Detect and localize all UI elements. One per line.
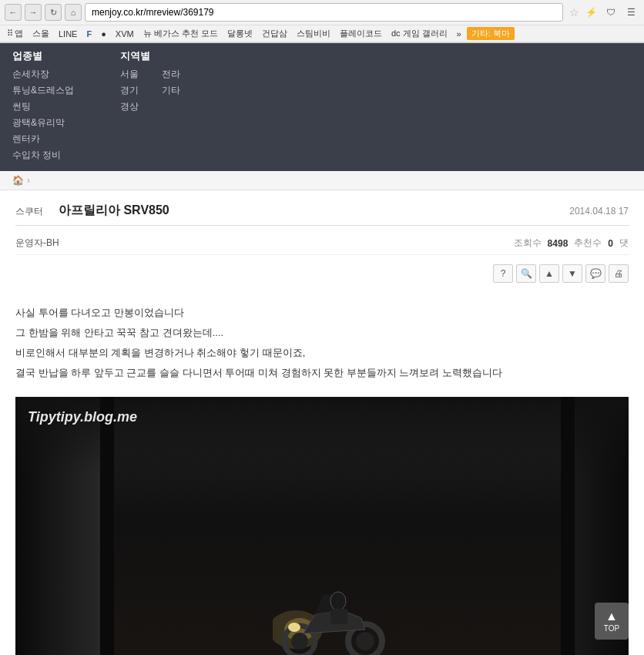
bookmark-sol[interactable]: 스올 (29, 27, 53, 40)
nav-col-business-title: 업종별 (12, 49, 74, 63)
breadcrumb-home-icon[interactable]: 🏠 (12, 175, 24, 186)
recommend-label: 추천수 (574, 237, 602, 250)
front-hub (291, 633, 308, 650)
nav-item-etc[interactable]: 기타 (162, 84, 180, 97)
top-label: TOP (604, 624, 619, 633)
bookmarks-bar: ⠿ 앱 스올 LINE F ● XVM 뉴 베가스 추천 모드 달롱넷 건답삼 … (0, 25, 644, 42)
nav-item-empty (162, 100, 180, 113)
article-body: 사실 투어를 다녀오고 만봉이었습니다 그 한밤을 위해 안타고 꾹꾹 참고 견… (15, 304, 629, 381)
nav-col-region: 지역별 서울 전라 경기 기타 경상 (120, 49, 180, 162)
site-navigation: 업종별 손세차장 튜닝&드레스업 썬팅 광택&유리막 렌터카 수입차 정비 지역… (0, 43, 644, 171)
article-date: 2014.04.18 17 (569, 206, 629, 217)
article-header: 스쿠터 아프릴리아 SRV850 2014.04.18 17 (15, 203, 629, 226)
article-category: 스쿠터 (15, 205, 43, 218)
rear-hub (356, 632, 374, 650)
bookmark-star[interactable]: ☆ (569, 6, 579, 18)
bookmark-facebook[interactable]: F (82, 29, 96, 39)
home-button[interactable]: ⌂ (65, 4, 82, 21)
zoom-icon-btn[interactable]: 🔍 (516, 264, 536, 283)
article-line-2: 그 한밤을 위해 안타고 꾹꾹 참고 견뎌왔는데.... (15, 324, 629, 341)
bookmark-apps[interactable]: ⠿ 앱 (3, 27, 27, 40)
nav-item-tuning[interactable]: 튜닝&드레스업 (12, 84, 74, 97)
nav-item-seoul[interactable]: 서울 (120, 68, 139, 81)
nav-item-jeolla[interactable]: 전라 (162, 68, 180, 81)
bookmark-geondap[interactable]: 건답삼 (258, 27, 291, 40)
breadcrumb-separator: › (27, 175, 30, 186)
nav-item-rental[interactable]: 렌터카 (12, 133, 74, 146)
bookmark-steambb[interactable]: 스팀비비 (293, 27, 334, 40)
browser-action-icons: ⚡ 🛡 ☰ (582, 4, 639, 21)
article-line-4: 결국 반납을 하루 앞두고 근교를 슬슬 다니면서 투어때 미쳐 경험하지 못한… (15, 364, 629, 381)
nav-col-region-items: 서울 전라 경기 기타 경상 (120, 68, 180, 113)
bookmark-more[interactable]: » (453, 29, 465, 39)
forward-button[interactable]: → (25, 4, 42, 21)
article-title: 아프릴리아 SRV850 (59, 203, 169, 219)
font-increase-btn[interactable]: ▲ (539, 264, 559, 283)
help-icon-btn[interactable]: ? (493, 264, 513, 283)
bookmark-others[interactable]: 기타: 북마 (467, 27, 515, 40)
comment-icon-btn[interactable]: 💬 (585, 264, 605, 283)
main-content: 스쿠터 아프릴리아 SRV850 2014.04.18 17 운영자-BH 조회… (0, 190, 644, 655)
bookmark-dot[interactable]: ● (97, 29, 110, 39)
nav-col-region-title: 지역별 (120, 49, 180, 63)
bookmark-dallong[interactable]: 달롱넷 (223, 27, 257, 40)
nav-item-carwash[interactable]: 손세차장 (12, 68, 74, 81)
nav-item-gyeongnam[interactable]: 경상 (120, 100, 139, 113)
pillar-left (100, 397, 114, 655)
article-author: 운영자-BH (15, 237, 59, 250)
shield-icon[interactable]: 🛡 (602, 4, 619, 21)
view-label: 조회수 (514, 237, 542, 250)
toolbar-icon-group: ? 🔍 ▲ ▼ 💬 🖨 (493, 264, 629, 283)
font-decrease-btn[interactable]: ▼ (562, 264, 582, 283)
recommend-count: 0 (608, 238, 613, 249)
breadcrumb: 🏠 › (0, 171, 644, 190)
bookmark-playcode[interactable]: 플레이코드 (336, 27, 386, 40)
headlight (288, 623, 300, 632)
nav-item-tinting[interactable]: 썬팅 (12, 100, 74, 113)
browser-chrome: ← → ↻ ⌂ ☆ ⚡ 🛡 ☰ ⠿ 앱 스올 LINE F ● XVM 뉴 베가… (0, 0, 644, 43)
bookmark-xvm[interactable]: XVM (112, 29, 138, 39)
nav-col-business-items: 손세차장 튜닝&드레스업 썬팅 광택&유리막 렌터카 수입차 정비 (12, 68, 74, 162)
motorcycle-svg (273, 572, 396, 655)
extensions-icon[interactable]: ⚡ (582, 4, 599, 21)
browser-toolbar: ← → ↻ ⌂ ☆ ⚡ 🛡 ☰ (0, 0, 644, 25)
nav-item-coating[interactable]: 광택&유리막 (12, 116, 74, 129)
article-image: Tipytipy.blog.me (15, 397, 629, 655)
comment-label: 댓 (619, 237, 629, 250)
back-button[interactable]: ← (5, 4, 22, 21)
rider-torso (330, 609, 347, 624)
top-button[interactable]: ▲ TOP (595, 603, 629, 640)
nav-item-gyeonggi[interactable]: 경기 (120, 84, 139, 97)
image-watermark: Tipytipy.blog.me (28, 409, 137, 425)
nav-col-business: 업종별 손세차장 튜닝&드레스업 썬팅 광택&유리막 렌터카 수입차 정비 (12, 49, 74, 162)
menu-icon[interactable]: ☰ (622, 4, 639, 21)
address-bar[interactable] (85, 3, 563, 22)
article-title-area: 스쿠터 아프릴리아 SRV850 (15, 203, 169, 219)
bookmark-line[interactable]: LINE (55, 29, 81, 39)
view-count: 8498 (548, 238, 569, 249)
bookmark-dcgame[interactable]: dc 게임 갤러리 (387, 27, 451, 40)
article-toolbar: ? 🔍 ▲ ▼ 💬 🖨 (15, 264, 629, 295)
article-stats: 조회수 8498 추천수 0 댓 (514, 237, 629, 250)
article-meta: 운영자-BH 조회수 8498 추천수 0 댓 (15, 232, 629, 255)
bookmark-vegas[interactable]: 뉴 베가스 추천 모드 (139, 27, 222, 40)
article-line-1: 사실 투어를 다녀오고 만봉이었습니다 (15, 304, 629, 321)
top-arrow-icon: ▲ (605, 610, 618, 623)
pillar-right (561, 397, 575, 655)
refresh-button[interactable]: ↻ (45, 4, 62, 21)
print-icon-btn[interactable]: 🖨 (609, 264, 629, 283)
motorcycle-svg-area (273, 572, 396, 655)
helmet (330, 592, 346, 610)
nav-item-imported[interactable]: 수입차 정비 (12, 149, 74, 162)
nav-categories: 업종별 손세차장 튜닝&드레스업 썬팅 광택&유리막 렌터카 수입차 정비 지역… (12, 49, 632, 162)
article-image-container: Tipytipy.blog.me (15, 397, 629, 655)
article-line-3: 비로인해서 대부분의 계획을 변경하거나 취소해야 헣기 때문이죠, (15, 344, 629, 361)
